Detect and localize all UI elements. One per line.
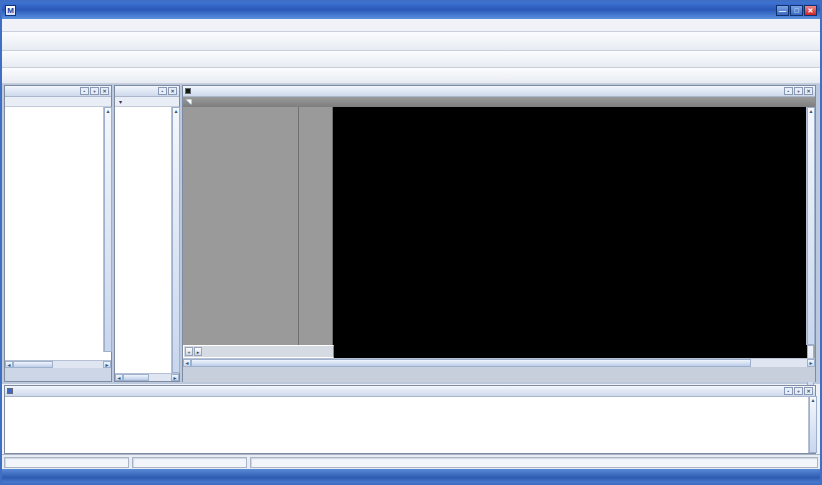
cursor-lock-button[interactable]: ▸ [194,347,202,356]
transcript-close-icon[interactable]: ✕ [804,387,813,395]
sim-hscrollbar[interactable]: ◄► [5,360,111,368]
objects-panel-titlebar[interactable]: ▪ ✕ [115,86,179,97]
wave-float-icon[interactable]: + [794,87,803,95]
modelsim-logo-icon: M [5,5,16,16]
wave-pointer-icon: ◥ [186,98,191,106]
wave-tab-bar [183,367,815,382]
objects-list [115,107,172,373]
window-controls: — □ ✕ [776,5,817,16]
objects-filter-row[interactable]: ▾ [115,97,179,107]
wave-now-bar: + ▸ [183,345,815,358]
objects-panel: ▪ ✕ ▾ ▲ ◄► [114,85,180,382]
wave-vscrollbar[interactable]: ▲ [806,107,814,345]
workspace: ▪ + ✕ ▲ ◄► ▪ ✕ [2,84,820,384]
toolbar-wave [2,51,820,68]
wave-pin-icon[interactable]: ▪ [784,87,793,95]
wave-close-icon[interactable]: ✕ [804,87,813,95]
status-context-cell [132,457,247,468]
sim-panel-tabs [5,368,111,381]
wave-column-header[interactable]: ◥ [183,97,815,107]
sim-float-icon[interactable]: + [90,87,99,95]
objects-close-icon[interactable]: ✕ [168,87,177,95]
wave-panel-titlebar[interactable]: ▪ + ✕ [183,86,815,97]
status-bar [2,454,820,469]
sim-column-header[interactable] [5,97,111,107]
menu-bar [2,19,820,32]
maximize-button[interactable]: □ [790,5,803,16]
filter-dropdown-icon[interactable]: ▾ [119,98,122,105]
modelsim-window: M — □ ✕ ▪ + ✕ ▲ [0,0,822,485]
window-bottom-frame [2,469,820,483]
transcript-pin-icon[interactable]: ▪ [784,387,793,395]
wave-window-icon [185,88,191,94]
wave-signal-values[interactable] [299,107,333,345]
objects-vscrollbar[interactable]: ▲ [171,107,178,373]
status-spacer-cell [250,457,818,468]
toolbar-main [2,32,820,51]
toolbar-misc [2,68,820,84]
wave-panel: ▪ + ✕ ◥ ▲ + ▸ [182,85,816,382]
now-bar-left: + ▸ [183,345,334,358]
sim-close-icon[interactable]: ✕ [100,87,109,95]
status-time-cell [4,457,129,468]
wave-body: ▲ [183,107,815,345]
transcript-vscrollbar[interactable]: ▲ [808,396,815,453]
wave-timeline[interactable] [334,345,807,358]
transcript-panel: ▪ + ✕ ▲ [4,385,816,454]
wave-hscrollbar[interactable]: ◄► [183,358,815,367]
close-button[interactable]: ✕ [804,5,817,16]
wave-canvas[interactable] [333,107,806,345]
instance-tree [5,107,104,352]
transcript-icon [7,388,13,394]
objects-hscrollbar[interactable]: ◄► [115,373,179,381]
sim-pin-icon[interactable]: ▪ [80,87,89,95]
transcript-float-icon[interactable]: + [794,387,803,395]
sim-panel-titlebar[interactable]: ▪ + ✕ [5,86,111,97]
cursor-add-button[interactable]: + [185,347,193,356]
transcript-log[interactable] [6,396,806,453]
sim-panel: ▪ + ✕ ▲ ◄► [4,85,112,382]
wave-signal-names[interactable] [183,107,299,345]
sim-vscrollbar[interactable]: ▲ [103,107,110,352]
title-bar[interactable]: M — □ ✕ [2,2,820,19]
minimize-button[interactable]: — [776,5,789,16]
objects-pin-icon[interactable]: ▪ [158,87,167,95]
